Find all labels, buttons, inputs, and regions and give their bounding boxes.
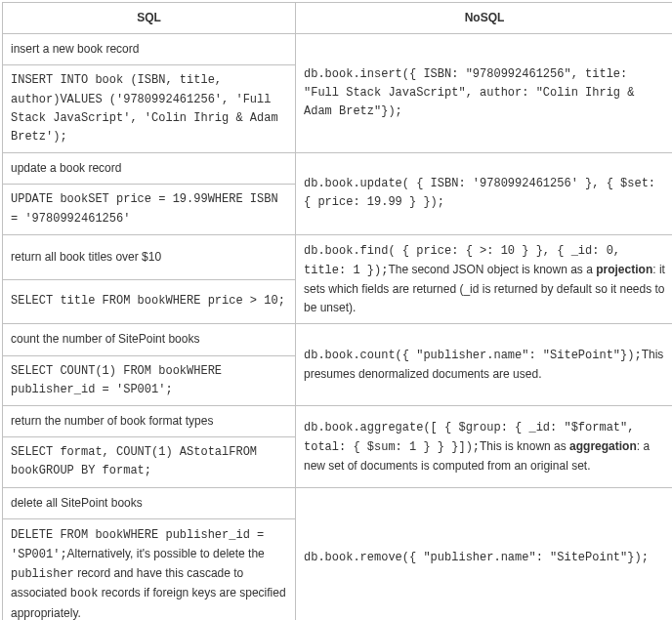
table-row: return the number of book format types d… [3,406,673,437]
count-sql: SELECT COUNT(1) FROM bookWHERE publisher… [3,355,296,405]
comparison-table: SQL NoSQL insert a new book record db.bo… [2,2,672,620]
format-sql: SELECT format, COUNT(1) AStotalFROM book… [3,437,296,487]
delete-nosql: db.book.remove({ "publisher.name": "Site… [296,487,673,620]
insert-label: insert a new book record [3,34,296,65]
update-label: update a book record [3,153,296,185]
table-row: return all book titles over $10 db.book.… [3,234,673,279]
titles-label: return all book titles over $10 [3,234,296,279]
table-row: delete all SitePoint books db.book.remov… [3,487,673,518]
update-sql: UPDATE bookSET price = 19.99WHERE ISBN =… [3,185,296,234]
table-row: insert a new book record db.book.insert(… [3,34,673,65]
count-nosql-code: db.book.count({ "publisher.name": "SiteP… [304,349,642,362]
count-label: count the number of SitePoint books [3,324,296,355]
table-row: update a book record db.book.update( { I… [3,153,673,185]
update-nosql: db.book.update( { ISBN: '9780992461256' … [296,153,673,235]
titles-sql: SELECT title FROM bookWHERE price > 10; [3,279,296,324]
delete-sql-inline1: publisher [11,567,74,581]
titles-nosql-bold: projection [596,263,652,276]
header-nosql: NoSQL [296,3,673,34]
delete-label: delete all SitePoint books [3,487,296,518]
delete-sql-note1: Alternatively, it's possible to delete t… [67,547,265,560]
table-row: count the number of SitePoint books db.b… [3,324,673,355]
table-header-row: SQL NoSQL [3,3,673,34]
format-nosql: db.book.aggregate([ { $group: { _id: "$f… [296,406,673,488]
titles-nosql-note1: The second JSON object is known as a [388,263,596,276]
format-nosql-note1: This is known as [480,439,569,453]
count-nosql: db.book.count({ "publisher.name": "SiteP… [296,324,673,406]
titles-nosql: db.book.find( { price: { >: 10 } }, { _i… [296,234,673,324]
format-nosql-bold: aggregation [569,439,637,453]
delete-sql: DELETE FROM bookWHERE publisher_id = 'SP… [3,518,296,620]
header-sql: SQL [3,3,296,34]
format-label: return the number of book format types [3,406,296,437]
insert-nosql: db.book.insert({ ISBN: "9780992461256", … [296,34,673,153]
delete-sql-inline2: book [70,587,99,600]
insert-sql: INSERT INTO book (ISBN, title, author)VA… [3,65,296,153]
